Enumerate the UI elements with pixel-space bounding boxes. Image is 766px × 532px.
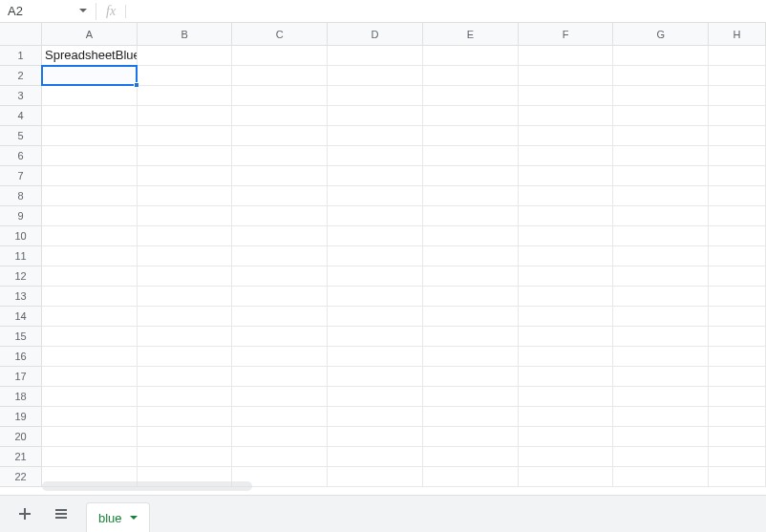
cell-B4[interactable]	[138, 106, 233, 126]
cell-H9[interactable]	[709, 206, 766, 226]
cell-C8[interactable]	[232, 186, 328, 206]
cell-F11[interactable]	[519, 246, 614, 266]
cell-B1[interactable]	[138, 46, 233, 66]
cell-D3[interactable]	[328, 86, 423, 106]
cell-H16[interactable]	[709, 347, 766, 367]
cell-G10[interactable]	[613, 226, 709, 246]
cell-B3[interactable]	[138, 86, 233, 106]
cell-G22[interactable]	[613, 467, 709, 487]
cell-D8[interactable]	[328, 186, 423, 206]
cell-H8[interactable]	[709, 186, 766, 206]
cell-G12[interactable]	[613, 266, 709, 287]
cell-G3[interactable]	[613, 86, 709, 106]
cell-D12[interactable]	[328, 266, 423, 287]
col-header-C[interactable]: C	[232, 23, 328, 46]
cell-E7[interactable]	[423, 166, 519, 186]
cell-A16[interactable]	[42, 347, 138, 367]
name-box-dropdown[interactable]	[74, 9, 92, 13]
cell-F15[interactable]	[519, 327, 614, 347]
cell-F20[interactable]	[519, 427, 614, 447]
cell-A4[interactable]	[42, 106, 138, 126]
row-header-14[interactable]: 14	[0, 307, 41, 327]
cell-B15[interactable]	[138, 327, 233, 347]
cell-E22[interactable]	[423, 467, 519, 487]
cell-G15[interactable]	[613, 327, 709, 347]
cell-C20[interactable]	[232, 427, 328, 447]
row-header-18[interactable]: 18	[0, 387, 41, 407]
cell-D6[interactable]	[328, 146, 423, 166]
cell-D9[interactable]	[328, 206, 423, 226]
cell-H4[interactable]	[709, 106, 766, 126]
cell-H20[interactable]	[709, 427, 766, 447]
row-header-3[interactable]: 3	[0, 86, 41, 106]
cell-C12[interactable]	[232, 266, 328, 287]
cell-G16[interactable]	[613, 347, 709, 367]
cell-G17[interactable]	[613, 367, 709, 387]
cell-C14[interactable]	[232, 307, 328, 327]
cell-G18[interactable]	[613, 387, 709, 407]
all-sheets-button[interactable]	[50, 502, 73, 525]
cell-G1[interactable]	[613, 46, 709, 66]
cell-H14[interactable]	[709, 307, 766, 327]
cell-G2[interactable]	[613, 66, 709, 86]
cell-A10[interactable]	[42, 226, 138, 246]
cell-D16[interactable]	[328, 347, 423, 367]
cell-A6[interactable]	[42, 146, 138, 166]
cell-D4[interactable]	[328, 106, 423, 126]
cell-A17[interactable]	[42, 367, 138, 387]
cell-F22[interactable]	[519, 467, 614, 487]
cell-C15[interactable]	[232, 327, 328, 347]
col-header-D[interactable]: D	[328, 23, 423, 46]
cell-G6[interactable]	[613, 146, 709, 166]
cell-B21[interactable]	[138, 447, 233, 467]
cell-A8[interactable]	[42, 186, 138, 206]
cell-B11[interactable]	[138, 246, 233, 266]
cell-B10[interactable]	[138, 226, 233, 246]
row-header-15[interactable]: 15	[0, 327, 41, 347]
col-header-G[interactable]: G	[613, 23, 709, 46]
cell-F13[interactable]	[519, 287, 614, 307]
cell-H18[interactable]	[709, 387, 766, 407]
cell-B17[interactable]	[138, 367, 233, 387]
cell-E2[interactable]	[423, 66, 519, 86]
col-header-A[interactable]: A	[42, 23, 138, 46]
cell-E8[interactable]	[423, 186, 519, 206]
cell-B12[interactable]	[138, 266, 233, 287]
row-header-2[interactable]: 2	[0, 66, 41, 86]
cell-A1[interactable]: SpreadsheetBlue	[42, 46, 138, 66]
cell-B16[interactable]	[138, 347, 233, 367]
cell-C21[interactable]	[232, 447, 328, 467]
cell-F21[interactable]	[519, 447, 614, 467]
cell-A15[interactable]	[42, 327, 138, 347]
cell-E9[interactable]	[423, 206, 519, 226]
cell-B19[interactable]	[138, 407, 233, 427]
cell-B20[interactable]	[138, 427, 233, 447]
cell-A7[interactable]	[42, 166, 138, 186]
cell-C1[interactable]	[232, 46, 328, 66]
cell-F14[interactable]	[519, 307, 614, 327]
cell-C9[interactable]	[232, 206, 328, 226]
cell-E3[interactable]	[423, 86, 519, 106]
col-header-F[interactable]: F	[519, 23, 614, 46]
cell-A18[interactable]	[42, 387, 138, 407]
cell-E17[interactable]	[423, 367, 519, 387]
cell-F17[interactable]	[519, 367, 614, 387]
cell-G21[interactable]	[613, 447, 709, 467]
cell-H15[interactable]	[709, 327, 766, 347]
row-header-10[interactable]: 10	[0, 226, 41, 246]
cell-C10[interactable]	[232, 226, 328, 246]
cell-C11[interactable]	[232, 246, 328, 266]
cell-F12[interactable]	[519, 266, 614, 287]
name-box[interactable]: A2	[0, 0, 74, 23]
cell-C3[interactable]	[232, 86, 328, 106]
cell-A20[interactable]	[42, 427, 138, 447]
cell-H3[interactable]	[709, 86, 766, 106]
cell-F9[interactable]	[519, 206, 614, 226]
cell-F8[interactable]	[519, 186, 614, 206]
cell-C5[interactable]	[232, 126, 328, 146]
cell-B5[interactable]	[138, 126, 233, 146]
cell-F6[interactable]	[519, 146, 614, 166]
cell-D18[interactable]	[328, 387, 423, 407]
cell-F10[interactable]	[519, 226, 614, 246]
cell-A13[interactable]	[42, 287, 138, 307]
